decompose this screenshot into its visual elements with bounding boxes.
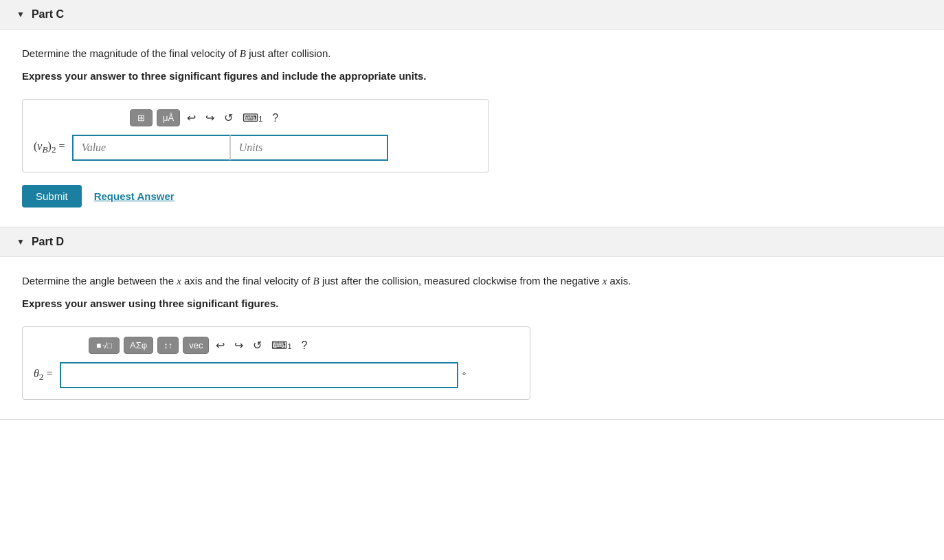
page-container: ▼ Part C Determine the magnitude of the … (0, 0, 944, 420)
part-d-keyboard-icon: ⌨ (271, 339, 287, 351)
part-c-value-input[interactable] (72, 135, 230, 161)
part-c-instruction: Express your answer to three significant… (22, 69, 922, 85)
part-d-math-B: B (313, 276, 319, 287)
part-d-section: ▼ Part D Determine the angle between the… (0, 227, 944, 420)
part-d-title: Part D (32, 236, 64, 248)
part-d-template-btn[interactable]: ■ √□ (89, 337, 120, 354)
part-d-vec-label: vec (189, 340, 203, 350)
part-c-label-sub-B: B (42, 144, 47, 155)
part-c-reset-icon: ↺ (224, 112, 233, 124)
part-d-label-sub-2: 2 (39, 372, 44, 382)
part-d-instruction: Express your answer using three signific… (22, 296, 922, 312)
part-d-text-post: just after the collision, measured clock… (319, 275, 603, 287)
part-d-sqrt-icon: √□ (102, 341, 112, 350)
part-d-label-eq: = (47, 368, 53, 379)
part-c-keyboard-btn[interactable]: ⌨1 (240, 110, 265, 126)
part-d-reset-btn[interactable]: ↺ (250, 337, 265, 353)
part-d-toolbar: ■ √□ ΑΣφ ↕↑ vec ↩ (34, 337, 519, 354)
part-d-text-pre: Determine the angle between the (22, 275, 177, 287)
part-d-undo-icon: ↩ (216, 339, 225, 351)
part-c-body: Determine the magnitude of the final vel… (0, 30, 944, 227)
part-d-arrows-label: ↕↑ (164, 340, 172, 350)
part-c-label: (vB)2 = (34, 140, 65, 155)
part-d-math-x1: x (177, 276, 181, 287)
part-d-body: Determine the angle between the x axis a… (0, 257, 944, 419)
part-c-toolbar: ⊞ μÅ ↩ ↪ ↺ ⌨1 (34, 109, 477, 126)
part-c-chevron[interactable]: ▼ (16, 10, 25, 20)
part-c-problem-text: Determine the magnitude of the final vel… (22, 46, 922, 62)
part-d-sigma-btn[interactable]: ΑΣφ (124, 337, 153, 354)
part-c-title: Part C (32, 8, 64, 21)
part-c-answer-box: ⊞ μÅ ↩ ↪ ↺ ⌨1 (22, 99, 489, 172)
part-c-units-input[interactable] (230, 135, 388, 161)
part-c-text-pre: Determine the magnitude of the final vel… (22, 47, 240, 59)
part-c-input-row: (vB)2 = (34, 135, 477, 161)
part-d-text-end: axis. (607, 275, 631, 287)
part-c-keyboard-num: 1 (258, 115, 262, 123)
part-c-label-eq: = (59, 140, 65, 152)
part-d-help-icon: ? (302, 339, 308, 351)
part-d-keyboard-num: 1 (287, 342, 291, 350)
part-c-help-icon: ? (272, 112, 278, 124)
part-c-undo-icon: ↩ (187, 112, 196, 124)
part-c-template-icon: ⊞ (137, 113, 145, 123)
part-d-undo-btn[interactable]: ↩ (213, 337, 227, 353)
part-d-problem-text: Determine the angle between the x axis a… (22, 273, 922, 289)
part-c-action-row: Submit Request Answer (22, 185, 922, 208)
part-c-math-B: B (240, 48, 246, 59)
part-c-reset-btn[interactable]: ↺ (221, 110, 236, 126)
part-d-sigma-label: ΑΣφ (130, 340, 147, 350)
part-d-vec-btn[interactable]: vec (183, 337, 209, 354)
part-c-keyboard-icon: ⌨ (243, 112, 258, 124)
part-d-instruction-text: Express your answer using three signific… (22, 298, 278, 309)
part-c-redo-icon: ↪ (205, 112, 214, 124)
part-d-template-icon: ■ (96, 341, 101, 350)
part-c-mu-btn[interactable]: μÅ (157, 109, 180, 126)
part-c-undo-btn[interactable]: ↩ (184, 110, 199, 126)
part-d-header: ▼ Part D (0, 227, 944, 257)
part-d-text-mid: axis and the final velocity of (181, 275, 313, 287)
part-c-section: ▼ Part C Determine the magnitude of the … (0, 0, 944, 227)
part-c-header: ▼ Part C (0, 0, 944, 30)
part-d-reset-icon: ↺ (253, 339, 262, 351)
part-c-help-btn[interactable]: ? (269, 111, 281, 126)
part-d-chevron[interactable]: ▼ (16, 237, 25, 247)
part-d-keyboard-btn[interactable]: ⌨1 (269, 337, 294, 353)
part-d-answer-box: ■ √□ ΑΣφ ↕↑ vec ↩ (22, 326, 530, 400)
part-d-degree-symbol: ° (462, 370, 467, 381)
part-d-arrows-btn[interactable]: ↕↑ (157, 337, 179, 354)
part-c-instruction-text: Express your answer to three significant… (22, 70, 426, 82)
part-c-submit-btn[interactable]: Submit (22, 185, 82, 208)
part-c-template-btn[interactable]: ⊞ (130, 109, 153, 126)
part-d-help-btn[interactable]: ? (299, 338, 311, 353)
part-d-redo-btn[interactable]: ↪ (232, 337, 246, 353)
part-c-request-answer-btn[interactable]: Request Answer (94, 190, 175, 202)
part-c-label-sub-2: 2 (52, 144, 56, 155)
part-c-text-post: just after collision. (246, 47, 330, 59)
part-c-redo-btn[interactable]: ↪ (203, 110, 217, 126)
part-c-mu-label: μÅ (163, 113, 174, 123)
part-d-input-row: θ2 = ° (34, 362, 519, 388)
part-d-label-theta: θ (34, 368, 39, 379)
part-d-angle-input[interactable] (60, 362, 458, 388)
part-d-redo-icon: ↪ (234, 339, 243, 351)
part-d-label: θ2 = (34, 368, 53, 383)
